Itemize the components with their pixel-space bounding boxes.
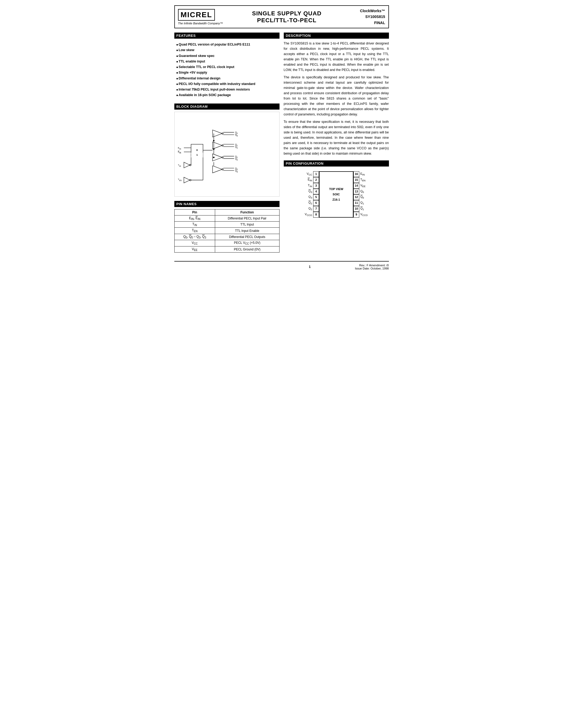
svg-point-34	[213, 157, 214, 158]
list-item: Differential internal design	[176, 76, 277, 81]
svg-marker-15	[212, 130, 222, 137]
pin-number: 8	[313, 212, 319, 218]
svg-text:Q2: Q2	[235, 158, 238, 161]
pin-label: Q1	[359, 200, 374, 206]
svg-point-26	[213, 148, 214, 150]
col-header-function: Function	[215, 209, 279, 215]
pin-number: 9	[354, 212, 359, 218]
pin-number: 12	[354, 194, 359, 200]
pin-row: 15 TEN	[354, 177, 374, 183]
pin-row: TIN 3	[299, 183, 319, 189]
svg-marker-39	[212, 166, 222, 173]
pin-name: TIN	[174, 222, 215, 228]
features-section: FEATURES Quad PECL version of popular EC…	[174, 33, 279, 99]
pin-label: VEE	[359, 183, 374, 189]
pin-name: TEN	[174, 228, 215, 234]
pin-row: Q2 6	[299, 200, 319, 206]
pin-row: EIN 2	[299, 177, 319, 183]
pin-row: 14 VEE	[354, 183, 374, 189]
svg-point-18	[213, 140, 214, 141]
col-header-pin: Pin	[174, 209, 215, 215]
block-diagram-area: EIN EIN 0 TIN	[174, 112, 279, 197]
block-diagram-header: BLOCK DIAGRAM	[174, 104, 279, 110]
pin-config-section: PIN CONFIGURATION VCC 1 EIN 2	[284, 160, 389, 220]
svg-text:Q3: Q3	[235, 169, 238, 173]
block-diagram-section: BLOCK DIAGRAM EIN EIN 0 TIN	[174, 104, 279, 197]
header-right: ClockWorks™ SY100S815 FINAL	[343, 8, 385, 26]
svg-text:TIN: TIN	[178, 164, 181, 167]
pin-row: 10 Q1	[354, 206, 374, 212]
page-number: 1	[265, 265, 355, 269]
pin-number: 7	[313, 206, 319, 212]
ic-label-z16: Z16-1	[333, 197, 340, 202]
list-item: PECL I/O fully compatible with industry …	[176, 81, 277, 87]
pin-name: VEE	[174, 246, 215, 252]
pin-row: Q3 5	[299, 194, 319, 200]
pin-number: 3	[313, 183, 319, 189]
left-pins: VCC 1 EIN 2 TIN 3 Q3 4	[299, 171, 319, 217]
logo-box: MICREL	[178, 9, 215, 21]
pin-label: VCCO	[299, 212, 313, 218]
desc-para-1: The SY100S815 is a low skew 1-to-4 PECL …	[284, 41, 389, 73]
list-item: Quad PECL version of popular ECLinPS E11…	[176, 42, 277, 47]
list-item: Selectable TTL or PECL clock input	[176, 64, 277, 70]
title-line2: PECL/TTL-TO-PECL	[231, 17, 343, 24]
list-item: Available in 16-pin SOIC package	[176, 92, 277, 98]
part-number: SY100S815	[343, 14, 385, 20]
pin-number: 13	[354, 189, 359, 195]
pin-row: VCC 1	[299, 171, 319, 177]
pin-label: Q3	[299, 189, 313, 195]
footer-right: Rev.: F Amendment: /0 Issue Date: Octobe…	[355, 264, 389, 270]
pin-number: 1	[313, 171, 319, 177]
svg-marker-12	[184, 177, 190, 183]
title-line1: SINGLE SUPPLY QUAD	[231, 10, 343, 17]
features-header: FEATURES	[174, 33, 279, 39]
pin-row: 13 Q0	[354, 189, 374, 195]
pin-function: Differential PECL Input Pair	[215, 215, 279, 221]
pin-label: Q0	[359, 194, 374, 200]
svg-marker-23	[212, 142, 222, 149]
desc-para-3: To ensure that the skew specification is…	[284, 119, 389, 156]
logo-text: MICREL	[181, 11, 212, 19]
status-badge: FINAL	[343, 20, 385, 26]
pin-number: 15	[354, 177, 359, 183]
svg-text:Q0: Q0	[235, 134, 238, 137]
pin-row: VCCO 8	[299, 212, 319, 218]
page-header: MICREL The Infinite Bandwidth Company™ S…	[174, 5, 389, 28]
footer-rev: Rev.: F Amendment: /0	[355, 264, 389, 267]
left-column: FEATURES Quad PECL version of popular EC…	[174, 33, 279, 257]
list-item: Low skew	[176, 47, 277, 53]
description-section: DESCRIPTION The SY100S815 is a low skew …	[284, 33, 389, 156]
pin-function: PECL Ground (0V)	[215, 246, 279, 252]
ic-body: TOP VIEW SOIC Z16-1	[319, 171, 354, 217]
pin-row: 12 Q0	[354, 194, 374, 200]
pin-function: TTL Input Enable	[215, 228, 279, 234]
pin-name: VCC	[174, 240, 215, 246]
pin-label: EIN	[299, 177, 313, 183]
pin-number: 6	[313, 200, 319, 206]
right-column: DESCRIPTION The SY100S815 is a low skew …	[284, 33, 389, 257]
list-item: TTL enable input	[176, 59, 277, 64]
pin-label: Q0	[359, 189, 374, 195]
svg-text:0: 0	[196, 149, 198, 151]
table-row: TEN TTL Input Enable	[174, 228, 279, 234]
pin-row: Q2 7	[299, 206, 319, 212]
footer-date: Issue Date: October, 1998	[355, 267, 389, 270]
table-row: Q0, Q0 – Q3, Q3 Differential PECL Output…	[174, 234, 279, 240]
pin-row: Q3 4	[299, 189, 319, 195]
table-row: TIN TTL Input	[174, 222, 279, 228]
block-diagram-svg: EIN EIN 0 TIN	[177, 114, 277, 194]
pin-config-header: PIN CONFIGURATION	[284, 160, 389, 167]
description-header: DESCRIPTION	[284, 33, 389, 39]
brand-name: ClockWorks™	[343, 8, 385, 14]
ic-package-wrapper: VCC 1 EIN 2 TIN 3 Q3 4	[299, 171, 374, 217]
svg-text:EIN: EIN	[178, 147, 181, 150]
pin-label: VCCO	[359, 212, 374, 218]
pin-function: PECL VCC (+5.0V)	[215, 240, 279, 246]
pin-label: TEN	[359, 177, 374, 183]
svg-text:TEN: TEN	[178, 178, 181, 181]
svg-text:1: 1	[196, 153, 198, 156]
pin-names-section: PIN NAMES Pin Function EIN, EIN Differen…	[174, 201, 279, 253]
ic-label-topview: TOP VIEW	[329, 186, 343, 192]
list-item: Internal 75kΩ PECL input pull-down resis…	[176, 87, 277, 92]
